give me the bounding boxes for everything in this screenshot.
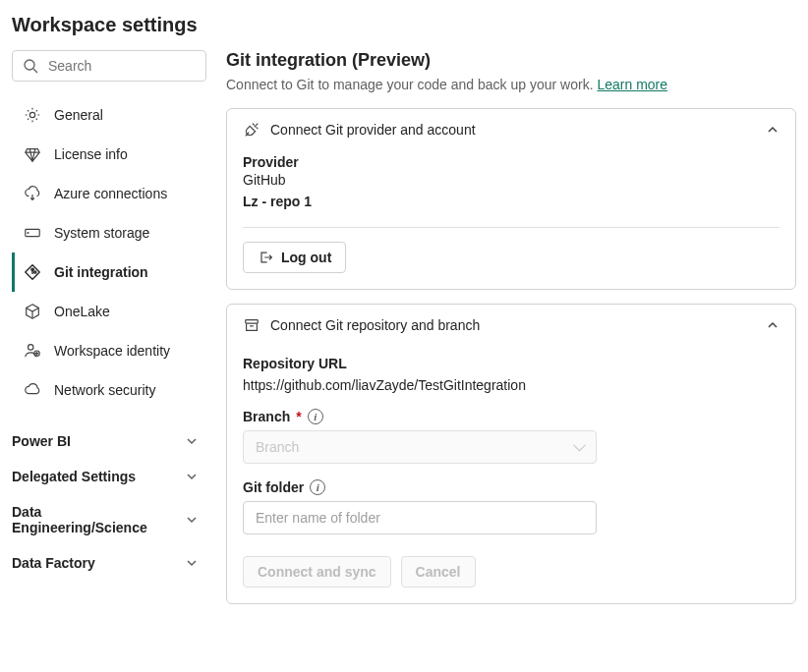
section-label: Delegated Settings (12, 469, 136, 484)
nav-label: Git integration (54, 264, 148, 280)
cloud-lock-icon (23, 380, 42, 400)
learn-more-link[interactable]: Learn more (597, 77, 667, 92)
chevron-down-icon (185, 513, 199, 527)
branch-select: Branch (243, 430, 597, 464)
sidebar-section-data-eng[interactable]: Data Engineering/Science (12, 494, 206, 545)
repo-url-value: https://github.com/liavZayde/TestGitInte… (243, 377, 779, 393)
sidebar-item-license[interactable]: License info (12, 135, 206, 174)
sidebar-item-identity[interactable]: Workspace identity (12, 331, 206, 370)
svg-point-0 (25, 60, 34, 70)
display-name: Lz - repo 1 (243, 194, 779, 209)
folder-label-row: Git folder i (243, 479, 779, 495)
sidebar-item-general[interactable]: General (12, 95, 206, 135)
section-label: Power BI (12, 433, 71, 449)
nav-label: System storage (54, 225, 149, 241)
provider-card-header[interactable]: Connect Git provider and account (227, 109, 795, 150)
branch-label: Branch (243, 409, 290, 424)
provider-card: Connect Git provider and account Provide… (226, 108, 796, 290)
provider-label: Provider (243, 154, 779, 170)
gear-icon (23, 105, 42, 125)
nav-list: General License info Azure connection (12, 95, 206, 410)
repo-card-header[interactable]: Connect Git repository and branch (227, 305, 795, 346)
sidebar-item-onelake[interactable]: OneLake (12, 292, 206, 331)
page-title: Workspace settings (12, 14, 796, 36)
sidebar-item-azure[interactable]: Azure connections (12, 174, 206, 213)
plug-icon (243, 121, 260, 139)
git-icon (23, 262, 42, 282)
divider (243, 227, 779, 228)
nav-label: Workspace identity (54, 343, 170, 359)
svg-point-7 (29, 345, 33, 350)
chevron-up-icon (766, 318, 779, 332)
logout-icon (258, 250, 273, 265)
git-folder-input[interactable] (243, 501, 597, 534)
chevron-down-icon (185, 556, 199, 570)
archive-icon (243, 316, 260, 334)
svg-point-2 (29, 112, 34, 117)
sidebar-section-data-factory[interactable]: Data Factory (12, 545, 206, 581)
diamond-icon (23, 144, 42, 164)
info-icon[interactable]: i (308, 409, 323, 424)
connect-sync-button: Connect and sync (243, 556, 391, 588)
content-subtitle: Connect to Git to manage your code and b… (226, 77, 796, 92)
svg-point-4 (28, 233, 29, 234)
sidebar-item-network[interactable]: Network security (12, 370, 206, 410)
chevron-up-icon (766, 123, 779, 137)
provider-card-title: Connect Git provider and account (270, 122, 756, 138)
search-input[interactable] (46, 57, 222, 75)
nav-label: Network security (54, 382, 155, 398)
content-title: Git integration (Preview) (226, 50, 796, 71)
svg-rect-9 (246, 320, 259, 324)
sidebar-section-powerbi[interactable]: Power BI (12, 423, 206, 459)
svg-line-1 (33, 69, 37, 73)
storage-icon (23, 223, 42, 243)
nav-label: License info (54, 146, 128, 162)
sidebar-item-git[interactable]: Git integration (12, 252, 206, 292)
search-input-wrapper[interactable] (12, 50, 206, 82)
folder-label: Git folder (243, 479, 304, 495)
section-label: Data Engineering/Science (12, 504, 159, 535)
svg-point-6 (34, 271, 36, 273)
sidebar-section-delegated[interactable]: Delegated Settings (12, 459, 206, 494)
main-content: Git integration (Preview) Connect to Git… (226, 50, 796, 618)
identity-icon (23, 341, 42, 361)
logout-label: Log out (281, 250, 331, 265)
required-asterisk: * (296, 409, 301, 424)
section-label: Data Factory (12, 555, 95, 571)
provider-value: GitHub (243, 172, 779, 188)
nav-label: General (54, 107, 103, 123)
chevron-down-icon (185, 470, 199, 483)
sidebar-item-storage[interactable]: System storage (12, 213, 206, 252)
repo-card: Connect Git repository and branch Reposi… (226, 304, 796, 604)
chevron-down-icon (185, 434, 199, 448)
info-icon[interactable]: i (310, 479, 325, 495)
nav-label: OneLake (54, 304, 110, 319)
repo-card-title: Connect Git repository and branch (270, 317, 756, 333)
cloud-sync-icon (23, 184, 42, 203)
sidebar: General License info Azure connection (12, 50, 206, 581)
repo-url-label: Repository URL (243, 356, 779, 371)
cancel-button: Cancel (401, 556, 476, 588)
logout-button[interactable]: Log out (243, 242, 346, 273)
nav-label: Azure connections (54, 186, 167, 201)
search-icon (23, 58, 38, 74)
onelake-icon (23, 302, 42, 321)
branch-label-row: Branch * i (243, 409, 779, 424)
